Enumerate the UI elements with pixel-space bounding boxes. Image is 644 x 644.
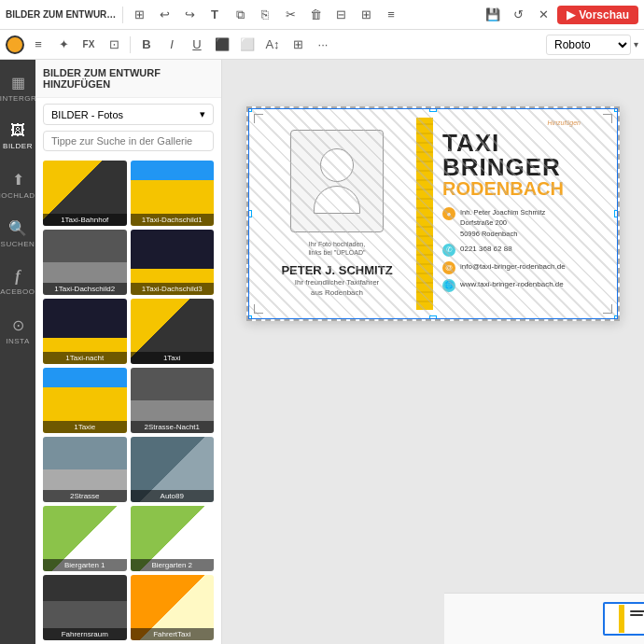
align-icon[interactable]: ≡ (27, 34, 49, 56)
sidebar-item-instagram[interactable]: ⊙ INSTA (0, 306, 35, 355)
close-icon[interactable]: ✕ (532, 4, 554, 26)
image-label: 1Taxi (131, 352, 215, 364)
list-item[interactable]: 1Taxi-Bahnhof (43, 161, 127, 226)
card-right: Hinzufügen TAXI BRINGER RODENBACH ● Inh.… (433, 118, 609, 310)
delete-icon[interactable]: 🗑 (304, 4, 327, 26)
handle-bl[interactable] (246, 315, 252, 321)
list-item[interactable]: 2Strasse-Nacht1 (131, 368, 215, 433)
search-input[interactable] (43, 131, 214, 151)
canvas-area[interactable]: Ihr Foto hochladen, links bei "UPLOAD" P… (222, 60, 644, 644)
duplicate-icon[interactable]: ⎘ (254, 4, 276, 26)
person-name: PETER J. SCHMITZ (281, 263, 392, 277)
photo-placeholder[interactable] (290, 130, 384, 232)
corner-mark-bl (254, 304, 263, 314)
email-icon: @ (442, 261, 455, 274)
list-item[interactable]: 1Taxie (43, 368, 127, 433)
handle-tm[interactable] (429, 106, 437, 112)
images-icon: 🖼 (10, 122, 25, 139)
redo-button[interactable]: ↪ (178, 4, 201, 26)
bold-button[interactable]: B (135, 34, 158, 56)
phone-text: 0221 368 62 88 (460, 244, 512, 254)
category-dropdown[interactable]: BILDER - Fotos ▾ (43, 104, 214, 125)
image-label: Biergarten 1 (43, 559, 127, 571)
location-icon: ● (442, 207, 455, 220)
sidebar-item-bilder[interactable]: 🖼 BILDER (0, 112, 35, 161)
web-text: www.taxi-bringer-rodenbach.de (460, 279, 564, 289)
web-icon: 🌐 (442, 279, 455, 292)
crop-icon[interactable]: ⊡ (103, 34, 125, 56)
copy-icon[interactable]: ⧉ (229, 4, 251, 26)
list-item[interactable]: Biergarten 1 (43, 506, 127, 571)
italic-button[interactable]: I (161, 34, 183, 56)
list-item[interactable]: 2Strasse (43, 437, 127, 502)
page-thumb-1[interactable] (603, 602, 644, 636)
cut-icon[interactable]: ✂ (279, 4, 301, 26)
bottom-strip: Chat (444, 593, 644, 644)
handle-ml[interactable] (246, 210, 252, 217)
background-icon: ▦ (11, 74, 25, 91)
list-item[interactable]: FahrertTaxi (131, 575, 215, 640)
preview-label: Vorschau (579, 8, 629, 21)
list-item[interactable]: 1Taxi-nacht (43, 299, 127, 364)
effects-icon[interactable]: ✦ (52, 34, 75, 56)
image-label: 2Strasse (43, 490, 127, 502)
panel-title-label: BILDER ZUM ENTWURF HINZUFÜGEN (6, 9, 118, 20)
image-label: 1Taxi-Bahnhof (43, 214, 127, 226)
font-select[interactable]: Roboto Arial Open Sans (546, 35, 631, 55)
sidebar-item-hochladen[interactable]: ⬆ HOCHLAD.. (0, 161, 35, 209)
handle-mr[interactable] (614, 210, 620, 217)
image-label: Biergarten 2 (131, 559, 215, 571)
text-box-icon[interactable]: ⊞ (287, 34, 309, 56)
corner-mark-tr (603, 114, 612, 123)
dropdown-arrow-icon: ▾ (634, 39, 638, 49)
align-center-button[interactable]: ⬜ (236, 34, 259, 56)
list-item[interactable]: Fahrernsraum (43, 575, 127, 640)
handle-br[interactable] (614, 315, 620, 321)
brand-rodenbach: RODENBACH (442, 179, 599, 198)
phone-icon: ✆ (442, 244, 455, 257)
color-picker[interactable] (6, 35, 24, 54)
person-subtitle: Ihr freundlicher Taxifahrer aus Rodenbac… (295, 277, 380, 298)
handle-bm[interactable] (429, 315, 437, 321)
align-left-button[interactable]: ⬛ (211, 34, 233, 56)
sidebar-item-facebook[interactable]: f FACEBOO.. (0, 258, 35, 306)
left-sidebar: ▦ HINTERGR.. 🖼 BILDER ⬆ HOCHLAD.. 🔍 SUCH… (0, 60, 35, 644)
refresh-icon[interactable]: ↺ (507, 4, 529, 26)
undo-button[interactable]: ↩ (153, 4, 175, 26)
list-item[interactable]: 1Taxi (131, 299, 215, 364)
text-scale-icon[interactable]: A↕ (261, 34, 284, 56)
list-item[interactable]: 1Taxi-Dachschild3 (131, 230, 215, 295)
list-item[interactable]: Auto89 (131, 437, 215, 502)
separator2 (130, 36, 131, 53)
more-icon[interactable]: ··· (312, 34, 334, 56)
list-item[interactable]: 1Taxi-Dachschild1 (131, 161, 215, 226)
preview-button[interactable]: ▶ Vorschau (557, 6, 638, 24)
group-icon[interactable]: ⊞ (355, 4, 377, 26)
underline-button[interactable]: U (186, 34, 208, 56)
images-panel: BILDER ZUM ENTWURF HINZUFÜGEN BILDER - F… (35, 60, 222, 644)
sidebar-item-hintergrund[interactable]: ▦ HINTERGR.. (0, 63, 35, 112)
search-icon: 🔍 (8, 219, 27, 237)
business-card[interactable]: Ihr Foto hochladen, links bei "UPLOAD" P… (246, 106, 620, 321)
preview-icon: ▶ (567, 8, 575, 21)
corner-mark-br (603, 304, 612, 314)
body-shape (314, 186, 360, 214)
image-label: 1Taxi-Dachschild2 (43, 283, 127, 295)
list-item[interactable]: Biergarten 2 (131, 506, 215, 571)
facebook-icon: f (15, 268, 20, 285)
fx-icon[interactable]: FX (77, 34, 100, 56)
address-text: Inh. Peter Joachim Schmitz Dorfstraße 20… (460, 207, 545, 239)
grid-icon[interactable]: ⊞ (128, 4, 150, 26)
handle-tr[interactable] (614, 106, 620, 112)
list-item[interactable]: 1Taxi-Dachschild2 (43, 230, 127, 295)
image-label: 2Strasse-Nacht1 (131, 421, 215, 433)
thumb-line (630, 610, 644, 612)
text-icon[interactable]: T (203, 4, 226, 26)
thumb-inner-1 (606, 605, 644, 633)
card-left: Ihr Foto hochladen, links bei "UPLOAD" P… (258, 118, 416, 310)
layers-icon[interactable]: ≡ (380, 4, 402, 26)
clone-icon[interactable]: ⊟ (329, 4, 352, 26)
sidebar-item-suchen[interactable]: 🔍 SUCHEN (0, 209, 35, 258)
save-icon[interactable]: 💾 (482, 4, 504, 26)
handle-tl[interactable] (246, 106, 252, 112)
